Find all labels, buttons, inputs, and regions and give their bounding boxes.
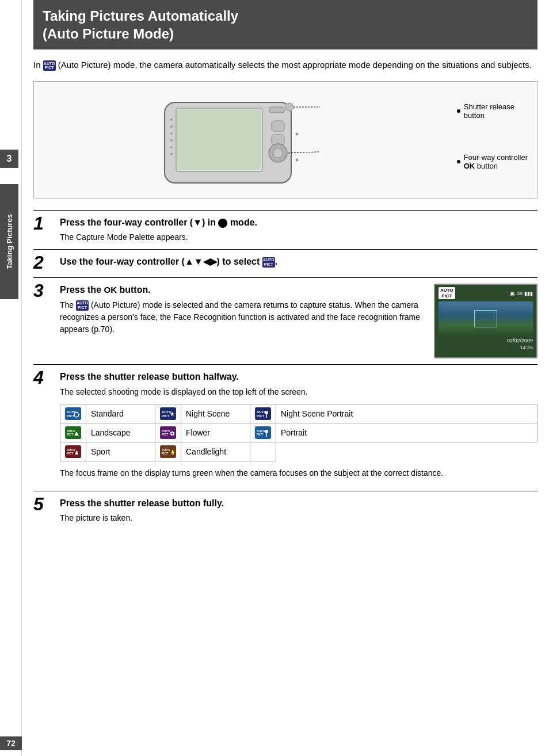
step-5: 5 Press the shutter release button fully… <box>33 491 537 530</box>
shutter-label: Shutter releasebutton <box>464 102 514 120</box>
intro-paragraph: In AUTOPICT (Auto Picture) mode, the cam… <box>33 59 537 72</box>
chapter-tab: Taking Pictures <box>0 184 18 299</box>
sport-icon-cell: AUTOPICT♟ <box>60 442 86 461</box>
screen-count: 38 <box>517 291 523 296</box>
sport-icon: AUTOPICT♟ <box>65 445 81 458</box>
nightsceneportrait-label: Night Scene Portrait <box>276 404 537 423</box>
screen-focus-icon: ▣ <box>510 291 515 296</box>
step-3-title: Press the OK button. <box>60 284 425 296</box>
camera-diagram-box: Shutter releasebutton Four-way controlle… <box>33 81 537 198</box>
camera-screen-preview: AUTOPICT ▣ 38 ▮▮▮ 02/02/ <box>434 284 537 358</box>
svg-point-21 <box>74 413 79 417</box>
step-3-body: The AUTOPICT (Auto Picture) mode is sele… <box>60 299 425 335</box>
chapter-number: 3 <box>0 150 18 168</box>
step-3: 3 Press the OK button. The AUTOPICT (Aut… <box>33 277 537 364</box>
step-5-body: The picture is taken. <box>60 512 537 524</box>
step-4-number: 4 <box>33 368 54 387</box>
camera-wrap: Shutter releasebutton Four-way controlle… <box>43 91 528 189</box>
step-1-title: Press the four-way controller (▼) in mod… <box>60 216 537 229</box>
svg-text:PICT: PICT <box>67 433 73 436</box>
screen-content: AUTOPICT ▣ 38 ▮▮▮ 02/02/ <box>436 286 535 356</box>
chapter-label: Taking Pictures <box>5 214 14 269</box>
screen-focus-frame <box>474 310 497 327</box>
table-row: AUTOPICT Standard AUTOPICT★ Night Scene <box>60 404 537 423</box>
svg-text:PICT: PICT <box>257 414 265 418</box>
step-5-content: Press the shutter release button fully. … <box>60 497 537 524</box>
table-row: AUTOPICT Landscape AUTOPICT✿ Flower <box>60 423 537 442</box>
step-5-number: 5 <box>33 495 54 513</box>
screen-mode-badge: AUTOPICT <box>439 287 455 299</box>
svg-rect-3 <box>269 107 284 113</box>
screen-top-bar: AUTOPICT ▣ 38 ▮▮▮ <box>436 286 535 300</box>
svg-point-12 <box>170 139 173 142</box>
step-3-inner: Press the OK button. The AUTOPICT (Auto … <box>60 284 537 358</box>
step-1-number: 1 <box>33 214 54 232</box>
auto-pict-icon-intro: AUTOPICT <box>43 60 56 71</box>
step-4: 4 Press the shutter release button halfw… <box>33 364 537 490</box>
candlelight-icon-cell: AUTOPICT🕯 <box>155 442 181 461</box>
svg-point-9 <box>170 119 173 121</box>
sport-label: Sport <box>86 442 155 461</box>
svg-text:PICT: PICT <box>257 433 263 436</box>
screen-battery-icon: ▮▮▮ <box>524 291 533 296</box>
candlelight-icon: AUTOPICT🕯 <box>160 445 176 458</box>
svg-point-10 <box>170 125 173 128</box>
svg-text:✿: ✿ <box>170 430 175 437</box>
svg-point-37 <box>265 430 268 433</box>
svg-text:PICT: PICT <box>67 414 75 418</box>
step-2-title: Use the four-way controller (▲▼◀▶) to se… <box>60 255 537 268</box>
focus-text: The focus frame on the display turns gre… <box>60 467 537 479</box>
standard-icon: AUTOPICT <box>65 407 81 420</box>
svg-point-7 <box>273 148 283 158</box>
landscape-icon-cell: AUTOPICT <box>60 423 86 442</box>
nightsceneportrait-icon-cell: AUTOPICT <box>250 404 276 423</box>
svg-point-28 <box>265 411 268 414</box>
step-5-title: Press the shutter release button fully. <box>60 497 537 510</box>
screen-landscape-image <box>439 301 533 336</box>
nightscene-label: Night Scene <box>181 404 250 423</box>
svg-point-14 <box>170 153 173 155</box>
svg-point-11 <box>170 132 173 135</box>
step-2: 2 Use the four-way controller (▲▼◀▶) to … <box>33 249 537 277</box>
step-1-body: The Capture Mode Palette appears. <box>60 231 537 243</box>
standard-label: Standard <box>86 404 155 423</box>
main-content: Taking Pictures Automatically (Auto Pict… <box>22 0 549 547</box>
shutter-dot <box>457 109 460 113</box>
svg-line-18 <box>288 151 320 153</box>
portrait-label: Portrait <box>276 423 537 442</box>
step-2-number: 2 <box>33 253 54 272</box>
shooting-mode-table: AUTOPICT Standard AUTOPICT★ Night Scene <box>60 404 537 461</box>
flower-icon-cell: AUTOPICT✿ <box>155 423 181 442</box>
svg-rect-2 <box>177 109 261 170</box>
svg-text:PICT: PICT <box>67 452 73 455</box>
fourway-callout: Four-way controllerOK button <box>457 153 528 170</box>
camera-callouts: Shutter releasebutton Four-way controlle… <box>457 102 528 170</box>
step-1-content: Press the four-way controller (▼) in mod… <box>60 216 537 243</box>
portrait-icon-cell: AUTOPICT <box>250 423 276 442</box>
table-row: AUTOPICT♟ Sport AUTOPICT🕯 Candlelight <box>60 442 537 461</box>
step-2-content: Use the four-way controller (▲▼◀▶) to se… <box>60 255 537 270</box>
screen-datetime: 02/02/2009 14:25 <box>507 338 533 351</box>
svg-text:PICT: PICT <box>162 414 170 418</box>
svg-text:PICT: PICT <box>162 452 168 455</box>
step-3-text: Press the OK button. The AUTOPICT (Auto … <box>60 284 425 335</box>
camera-illustration <box>159 91 320 189</box>
portrait-icon: AUTOPICT <box>255 426 271 439</box>
capture-mode-icon <box>218 219 227 228</box>
step-3-number: 3 <box>33 281 54 300</box>
svg-rect-4 <box>272 121 284 131</box>
page-title: Taking Pictures Automatically (Auto Pict… <box>43 7 528 43</box>
step-4-title: Press the shutter release button halfway… <box>60 371 537 383</box>
svg-point-13 <box>170 146 173 148</box>
sidebar: 3 Taking Pictures 72 <box>0 0 22 756</box>
svg-point-16 <box>296 158 299 161</box>
svg-text:♟: ♟ <box>74 450 79 456</box>
screen-bottom: 02/02/2009 14:25 <box>436 337 535 352</box>
landscape-label: Landscape <box>86 423 155 442</box>
fourway-dot <box>457 160 460 163</box>
standard-icon-cell: AUTOPICT <box>60 404 86 423</box>
flower-label: Flower <box>181 423 250 442</box>
candlelight-label: Candlelight <box>181 442 250 461</box>
step-4-content: Press the shutter release button halfway… <box>60 371 537 484</box>
auto-pict-icon-step3: AUTOPICT <box>76 300 89 311</box>
